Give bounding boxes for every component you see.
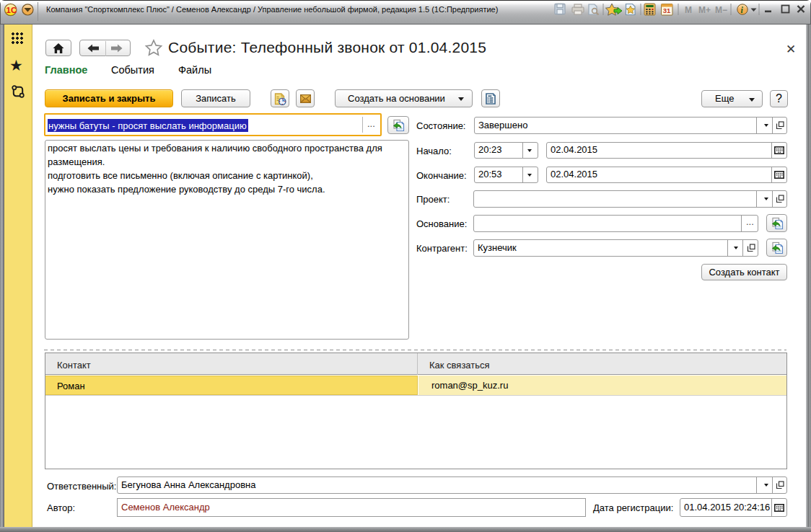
svg-text:31: 31 [663, 6, 671, 14]
svg-text:1С: 1С [6, 6, 17, 14]
svg-text:M+: M+ [698, 5, 711, 15]
svg-text:M−: M− [715, 5, 727, 15]
svg-text:M: M [685, 5, 692, 15]
